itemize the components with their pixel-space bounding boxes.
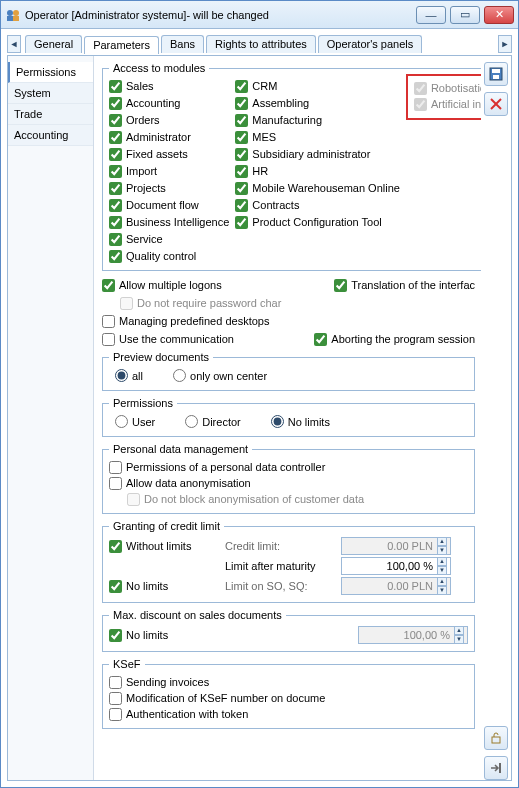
next-button[interactable] bbox=[484, 756, 508, 780]
tab-scroll-left[interactable]: ◄ bbox=[7, 35, 21, 53]
lock-button[interactable] bbox=[484, 726, 508, 750]
radio-director[interactable]: Director bbox=[185, 415, 241, 428]
preview-documents-group: Preview documents all only own center bbox=[102, 351, 475, 391]
app-icon bbox=[5, 7, 21, 23]
credit-limit-input: 0.00 PLN ▲▼ bbox=[341, 537, 451, 555]
ksef-group: KSeF Sending invoices Modification of KS… bbox=[102, 658, 475, 729]
radio-user[interactable]: User bbox=[115, 415, 155, 428]
chk-hr[interactable]: HR bbox=[235, 163, 400, 179]
window-title: Operator [Administrator systemu]- will b… bbox=[25, 9, 416, 21]
svg-rect-3 bbox=[13, 16, 19, 21]
svg-rect-2 bbox=[7, 16, 13, 21]
sidebar-item-trade[interactable]: Trade bbox=[8, 104, 93, 125]
chk-abort-session[interactable]: Aborting the program session bbox=[314, 331, 475, 347]
chk-mes[interactable]: MES bbox=[235, 129, 400, 145]
maxdisc-group: Max. discount on sales documents No limi… bbox=[102, 609, 475, 652]
svg-rect-5 bbox=[492, 69, 500, 73]
chk-translation[interactable]: Translation of the interfac bbox=[334, 277, 475, 293]
sidebar-item-system[interactable]: System bbox=[8, 83, 93, 104]
tab-panels[interactable]: Operator's panels bbox=[318, 35, 422, 53]
save-icon bbox=[489, 67, 503, 81]
chk-service[interactable]: Service bbox=[109, 231, 229, 247]
chk-ksef-sending[interactable]: Sending invoices bbox=[109, 674, 468, 690]
chk-projects[interactable]: Projects bbox=[109, 180, 229, 196]
chk-pdm-controller[interactable]: Permissions of a personal data controlle… bbox=[109, 459, 468, 475]
svg-rect-10 bbox=[499, 763, 501, 773]
tab-rights[interactable]: Rights to attributes bbox=[206, 35, 316, 53]
credit-group: Granting of credit limit Without limits … bbox=[102, 520, 475, 603]
chk-orders[interactable]: Orders bbox=[109, 112, 229, 128]
lock-open-icon bbox=[489, 731, 503, 745]
chk-maxdisc-nolimits[interactable]: No limits bbox=[109, 627, 219, 643]
ksef-legend: KSeF bbox=[109, 658, 145, 670]
highlight-box: Robotisation (RPA) Artificial intel. (AI… bbox=[406, 74, 481, 120]
svg-point-1 bbox=[13, 10, 19, 16]
permissions-group: Permissions User Director No limits bbox=[102, 397, 475, 437]
chk-bi[interactable]: Business Intelligence bbox=[109, 214, 229, 230]
access-to-modules-group: Access to modules Sales Accounting Order… bbox=[102, 62, 481, 271]
chk-administrator[interactable]: Administrator bbox=[109, 129, 229, 145]
svg-point-0 bbox=[7, 10, 13, 16]
radio-preview-all[interactable]: all bbox=[115, 369, 143, 382]
tab-bans[interactable]: Bans bbox=[161, 35, 204, 53]
close-window-button[interactable]: ✕ bbox=[484, 6, 514, 24]
chk-crm[interactable]: CRM bbox=[235, 78, 400, 94]
credit-legend: Granting of credit limit bbox=[109, 520, 224, 532]
cancel-button[interactable] bbox=[484, 92, 508, 116]
chk-no-block-anon: Do not block anonymisation of customer d… bbox=[127, 491, 468, 507]
chk-pct[interactable]: Product Configuration Tool bbox=[235, 214, 400, 230]
radio-preview-own[interactable]: only own center bbox=[173, 369, 267, 382]
chk-allow-anon[interactable]: Allow data anonymisation bbox=[109, 475, 468, 491]
tab-general[interactable]: General bbox=[25, 35, 82, 53]
chk-mwo[interactable]: Mobile Warehouseman Online bbox=[235, 180, 400, 196]
sidebar-item-accounting[interactable]: Accounting bbox=[8, 125, 93, 146]
chk-no-limits-so[interactable]: No limits bbox=[109, 578, 219, 594]
chk-rpa: Robotisation (RPA) bbox=[414, 80, 481, 96]
svg-rect-9 bbox=[492, 737, 500, 743]
preview-legend: Preview documents bbox=[109, 351, 213, 363]
tab-parameters[interactable]: Parameters bbox=[84, 36, 159, 54]
chk-ai: Artificial intel. (AI) bbox=[414, 96, 481, 112]
permissions-legend: Permissions bbox=[109, 397, 177, 409]
chk-accounting[interactable]: Accounting bbox=[109, 95, 229, 111]
minimize-button[interactable]: — bbox=[416, 6, 446, 24]
pdm-legend: Personal data management bbox=[109, 443, 252, 455]
maxdisc-input: 100,00 % ▲▼ bbox=[358, 626, 468, 644]
chk-ksef-modify[interactable]: Modification of KSeF number on docume bbox=[109, 690, 468, 706]
chk-sales[interactable]: Sales bbox=[109, 78, 229, 94]
close-icon bbox=[489, 97, 503, 111]
credit-limit-label: Credit limit: bbox=[225, 540, 335, 552]
chk-manage-desktops[interactable]: Managing predefined desktops bbox=[102, 313, 475, 329]
so-label: Limit on SO, SQ: bbox=[225, 580, 335, 592]
limit-after-input[interactable]: 100,00 % ▲▼ bbox=[341, 557, 451, 575]
access-legend: Access to modules bbox=[109, 62, 209, 74]
so-input: 0.00 PLN ▲▼ bbox=[341, 577, 451, 595]
chk-without-limits[interactable]: Without limits bbox=[109, 538, 219, 554]
limit-after-label: Limit after maturity bbox=[225, 560, 335, 572]
chk-contracts[interactable]: Contracts bbox=[235, 197, 400, 213]
arrow-right-bar-icon bbox=[489, 761, 503, 775]
chk-quality[interactable]: Quality control bbox=[109, 248, 229, 264]
tab-scroll-right[interactable]: ► bbox=[498, 35, 512, 53]
chk-no-pwd-char: Do not require password char bbox=[120, 295, 475, 311]
svg-rect-6 bbox=[493, 75, 499, 79]
sidebar-item-permissions[interactable]: Permissions bbox=[8, 62, 93, 83]
chk-import[interactable]: Import bbox=[109, 163, 229, 179]
chk-allow-multiple[interactable]: Allow multiple logons bbox=[102, 277, 222, 293]
chk-document-flow[interactable]: Document flow bbox=[109, 197, 229, 213]
chk-subs-admin[interactable]: Subsidiary administrator bbox=[235, 146, 400, 162]
chk-assembling[interactable]: Assembling bbox=[235, 95, 400, 111]
save-button[interactable] bbox=[484, 62, 508, 86]
radio-nolimits[interactable]: No limits bbox=[271, 415, 330, 428]
chk-manufacturing[interactable]: Manufacturing bbox=[235, 112, 400, 128]
chk-fixed-assets[interactable]: Fixed assets bbox=[109, 146, 229, 162]
chk-use-comm[interactable]: Use the communication bbox=[102, 331, 234, 347]
maximize-button[interactable]: ▭ bbox=[450, 6, 480, 24]
maxdisc-legend: Max. discount on sales documents bbox=[109, 609, 286, 621]
pdm-group: Personal data management Permissions of … bbox=[102, 443, 475, 514]
chk-ksef-auth[interactable]: Authentication with token bbox=[109, 706, 468, 722]
